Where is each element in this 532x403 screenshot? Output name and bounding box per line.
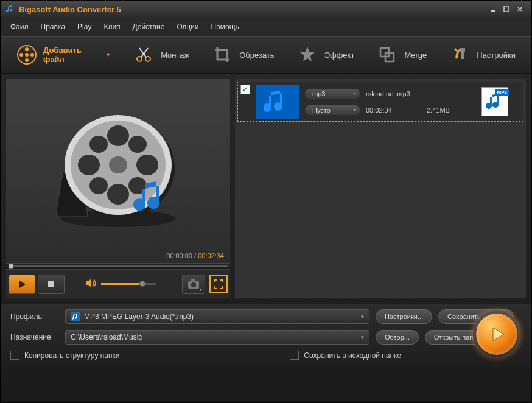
svg-point-7 [30,53,34,57]
svg-point-20 [107,184,129,205]
settings-label: Настройки [477,51,516,60]
svg-rect-27 [48,281,54,287]
volume-icon[interactable] [85,278,96,290]
file-list: ✓ mp3 rsload.net.mp3 MP3 Пусто 00:02:34 … [234,79,527,299]
app-window: Bigasoft Audio Converter 5 Файл Правка P… [0,0,532,403]
playback-controls: ▼ [6,269,230,298]
snapshot-button[interactable]: ▼ [182,275,205,294]
menu-action[interactable]: Действие [133,23,165,31]
menubar: Файл Правка Play Клип Действие Опции Пом… [1,18,531,36]
menu-help[interactable]: Помощь [211,23,239,31]
svg-point-22 [136,155,158,175]
close-button[interactable] [513,4,527,15]
svg-point-6 [19,53,23,57]
chevron-down-icon: ▼ [105,52,111,58]
time-display: 00:00:00 / 00:02:34 [166,252,224,259]
effect-button[interactable]: Эффект [288,40,363,69]
profile-label: Профиль: [10,312,59,321]
reel-placeholder-icon [51,110,185,232]
bottom-panel: Профиль: MP3 MPEG Layer-3 Audio(*.mp3) Н… [1,304,531,367]
montage-button[interactable]: Монтаж [124,40,198,69]
browse-button[interactable]: Обзор... [376,330,419,345]
save-source-checkbox[interactable] [290,351,299,360]
effect-label: Эффект [324,51,355,60]
minimize-button[interactable] [486,4,500,15]
destination-value: C:\Users\rsload\Music [71,333,142,342]
menu-edit[interactable]: Правка [41,23,66,31]
stop-button[interactable] [38,275,65,294]
svg-rect-1 [504,7,509,12]
file-name: rsload.net.mp3 [366,90,421,97]
status-tag[interactable]: Пусто [305,105,360,115]
preview-panel: 00:00:00 / 00:02:34 [5,79,231,299]
destination-label: Назначение: [10,333,59,342]
fullscreen-button[interactable] [209,275,228,293]
svg-point-23 [89,136,108,153]
destination-select[interactable]: C:\Users\rsload\Music [65,330,369,345]
menu-options[interactable]: Опции [177,23,198,31]
star-icon [296,44,318,66]
app-logo-icon [5,4,15,14]
montage-label: Монтаж [161,51,189,60]
convert-button[interactable] [473,310,520,358]
svg-rect-31 [71,312,80,321]
svg-point-4 [25,47,29,51]
file-row[interactable]: ✓ mp3 rsload.net.mp3 MP3 Пусто 00:02:34 … [237,82,523,122]
svg-rect-0 [491,10,495,12]
add-file-button[interactable]: Добавить файл ▼ [8,40,119,69]
svg-point-3 [25,53,29,57]
svg-point-21 [78,155,100,175]
svg-point-29 [191,282,196,287]
scissors-icon [133,44,155,66]
scrubber[interactable] [6,263,230,269]
preview-area: 00:00:00 / 00:02:34 [6,79,230,263]
app-title: Bigasoft Audio Converter 5 [19,5,486,14]
titlebar: Bigasoft Audio Converter 5 [1,1,531,18]
maximize-button[interactable] [500,4,513,15]
svg-point-25 [89,177,108,194]
merge-label: Merge [404,51,427,60]
svg-point-8 [137,57,142,61]
file-size: 2.41MB [427,107,475,114]
time-current: 00:00:00 [166,252,192,259]
file-thumbnail [256,85,299,119]
svg-point-24 [128,136,147,153]
film-reel-icon [16,44,37,66]
svg-point-18 [109,156,127,173]
crop-label: Обрезать [239,51,274,60]
svg-rect-13 [460,48,465,52]
time-total: 00:02:34 [198,252,224,259]
crop-icon [211,44,233,66]
menu-clip[interactable]: Клип [103,23,120,31]
svg-rect-30 [191,279,195,282]
volume-slider[interactable] [101,283,156,285]
merge-button[interactable]: Merge [368,40,435,69]
profile-settings-button[interactable]: Настройки... [376,309,432,324]
file-checkbox[interactable]: ✓ [240,85,250,94]
copy-structure-checkbox[interactable] [10,351,19,360]
add-file-label: Добавить файл [43,46,98,64]
save-source-label: Сохранить в исходной папке [304,351,401,360]
file-duration: 00:02:34 [366,107,421,114]
profile-select[interactable]: MP3 MPEG Layer-3 Audio(*.mp3) [65,309,369,324]
toolbar: Добавить файл ▼ Монтаж Обрезать Эффект [1,36,531,74]
merge-icon [376,44,398,66]
svg-point-5 [25,58,29,62]
tools-icon [449,44,471,66]
play-button[interactable] [9,275,35,294]
output-file-icon: MP3 [481,87,508,116]
format-tag[interactable]: mp3 [305,89,360,99]
crop-button[interactable]: Обрезать [203,40,282,69]
svg-point-19 [107,125,129,146]
copy-structure-label: Копировать структуру папки [24,351,119,360]
profile-value: MP3 MPEG Layer-3 Audio(*.mp3) [84,312,194,321]
file-badge: MP3 [495,89,509,96]
svg-point-9 [145,57,150,61]
menu-file[interactable]: Файл [10,23,29,31]
mp3-icon [71,312,80,321]
menu-play[interactable]: Play [77,23,91,31]
settings-button[interactable]: Настройки [440,40,524,69]
